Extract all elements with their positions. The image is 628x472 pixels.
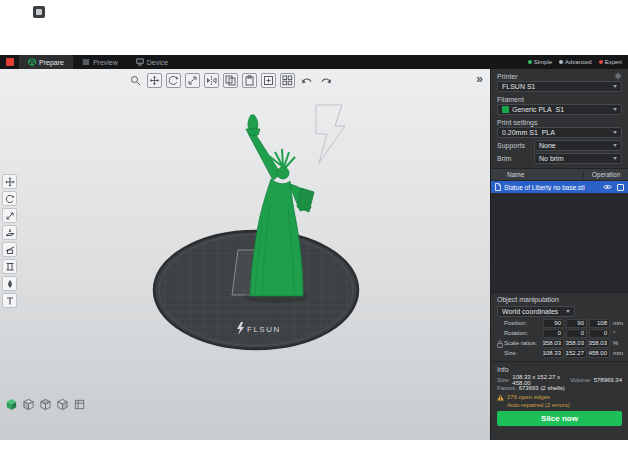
scale-icon[interactable] [185, 73, 200, 88]
zoom-icon[interactable] [128, 73, 143, 88]
tab-prepare[interactable]: Prepare [19, 55, 73, 69]
right-view-icon[interactable] [72, 397, 86, 411]
tab-preview[interactable]: Preview [73, 55, 127, 69]
chevron-down-icon [613, 85, 617, 88]
info-size-label: Size: [497, 377, 510, 383]
size-x-field[interactable]: 108.33 [543, 349, 564, 358]
top-view-icon[interactable] [38, 397, 52, 411]
supports-select[interactable]: None [534, 140, 622, 151]
mode-simple[interactable]: Simple [528, 59, 552, 65]
monitor-icon [136, 58, 144, 66]
duplicate-icon[interactable] [261, 73, 276, 88]
manipulation-grid: Position: 90 90 108 mm Rotation: 0 0 0 ° [497, 319, 622, 359]
print-settings-select[interactable]: 0.20mm S1_PLA [497, 127, 622, 138]
tab-label: Preview [93, 59, 118, 66]
cut-tool-icon[interactable] [2, 242, 17, 257]
info-volume-label: Volume: [570, 377, 592, 383]
collapse-panel-button[interactable]: » [476, 72, 482, 86]
chevron-down-icon [566, 310, 570, 313]
position-unit: mm [612, 320, 623, 326]
rotate-tool-icon[interactable] [2, 191, 17, 206]
arrange-icon[interactable] [280, 73, 295, 88]
viewport-toolbar [128, 73, 333, 88]
copy-icon[interactable] [223, 73, 238, 88]
paste-icon[interactable] [242, 73, 257, 88]
print-settings-label: Print settings [497, 119, 537, 126]
front-view-icon[interactable] [21, 397, 35, 411]
scale-label: Scale ratios: [497, 340, 541, 346]
chevron-down-icon [613, 131, 617, 134]
print-checkbox[interactable] [617, 184, 624, 191]
brim-select[interactable]: No brim [534, 153, 622, 164]
redo-icon[interactable] [318, 73, 333, 88]
chevron-down-icon [613, 157, 617, 160]
rotate-icon[interactable] [166, 73, 181, 88]
move-icon[interactable] [147, 73, 162, 88]
support-tool-icon[interactable] [2, 259, 17, 274]
left-view-icon[interactable] [55, 397, 69, 411]
scale-tool-icon[interactable] [2, 208, 17, 223]
print-settings-label-row: Print settings [497, 118, 622, 126]
printer-select[interactable]: FLSUN S1 [497, 81, 622, 92]
visibility-eye-icon[interactable] [603, 184, 612, 190]
mode-advanced[interactable]: Advanced [559, 59, 592, 65]
supports-row: Supports None [497, 140, 622, 151]
scene-canvas: FLSUN [0, 69, 490, 440]
scale-unit: % [612, 340, 623, 346]
home-view-icon[interactable] [4, 397, 18, 411]
info-facets-value: 673693 (2 shells) [519, 385, 565, 391]
size-y-field[interactable]: 152.27 [566, 349, 587, 358]
uniform-scale-lock-icon[interactable] [497, 340, 503, 348]
coordinates-value: World coordinates [502, 308, 558, 315]
printer-settings-icon[interactable] [614, 72, 622, 80]
viewport-3d[interactable]: FLSUN [0, 69, 490, 440]
scale-z-field[interactable]: 358.03 [589, 339, 610, 348]
info-size-line: Size: 108.33 x 152.27 x 458.00 Volume: 5… [497, 376, 622, 383]
mode-expert[interactable]: Expert [599, 59, 622, 65]
info-facets-label: Facets: [497, 385, 517, 391]
slice-button[interactable]: Slice now [497, 411, 622, 426]
size-z-field[interactable]: 458.00 [589, 349, 610, 358]
window-icon [33, 6, 45, 18]
printer-value: FLSUN S1 [502, 83, 535, 90]
paint-tool-icon[interactable] [2, 276, 17, 291]
coordinates-select[interactable]: World coordinates [497, 306, 575, 317]
brim-label: Brim [497, 155, 531, 163]
lay-flat-tool-icon[interactable] [2, 225, 17, 240]
position-y-field[interactable]: 90 [566, 319, 587, 328]
object-name: Statue of Liberty no base.stl [504, 184, 600, 191]
move-tool-icon[interactable] [2, 174, 17, 189]
info-volume-value: 578969.34 [594, 377, 622, 383]
object-list-area[interactable] [491, 193, 628, 293]
rotation-unit: ° [612, 330, 623, 336]
undo-icon[interactable] [299, 73, 314, 88]
scale-row: Scale ratios: 358.03 358.03 358.03 % [497, 339, 622, 348]
rotation-y-field[interactable]: 0 [566, 329, 587, 338]
supports-label: Supports [497, 142, 531, 150]
scale-x-field[interactable]: 358.03 [543, 339, 564, 348]
supports-value: None [539, 142, 556, 149]
rotation-label: Rotation: [497, 330, 541, 336]
model-warnings: 276 open edges Auto-repaired (2 errors) [497, 394, 622, 408]
layers-icon [82, 58, 90, 66]
flsun-logo-watermark [316, 105, 345, 163]
mirror-icon[interactable] [204, 73, 219, 88]
position-z-field[interactable]: 108 [589, 319, 610, 328]
tab-label: Device [147, 59, 168, 66]
rotation-x-field[interactable]: 0 [543, 329, 564, 338]
warning-auto-repaired[interactable]: Auto-repaired (2 errors) [507, 402, 570, 409]
filament-value: Generic PLA_S1 [512, 106, 564, 113]
object-row-selected[interactable]: Statue of Liberty no base.stl [491, 181, 628, 193]
top-tab-bar: Prepare Preview Device Simple [0, 55, 628, 69]
mode-switch: Simple Advanced Expert [528, 59, 622, 65]
app-logo[interactable] [6, 58, 14, 66]
text-tool-icon[interactable] [2, 293, 17, 308]
position-x-field[interactable]: 90 [543, 319, 564, 328]
column-operation: Operation [583, 171, 628, 178]
rotation-z-field[interactable]: 0 [589, 329, 610, 338]
scale-y-field[interactable]: 358.03 [566, 339, 587, 348]
settings-panel: Printer FLSUN S1 Filament Generic PLA_S1 [490, 69, 628, 440]
filament-select[interactable]: Generic PLA_S1 [497, 104, 622, 115]
tab-device[interactable]: Device [127, 55, 177, 69]
slicer-app-window: Prepare Preview Device Simple [0, 55, 628, 440]
